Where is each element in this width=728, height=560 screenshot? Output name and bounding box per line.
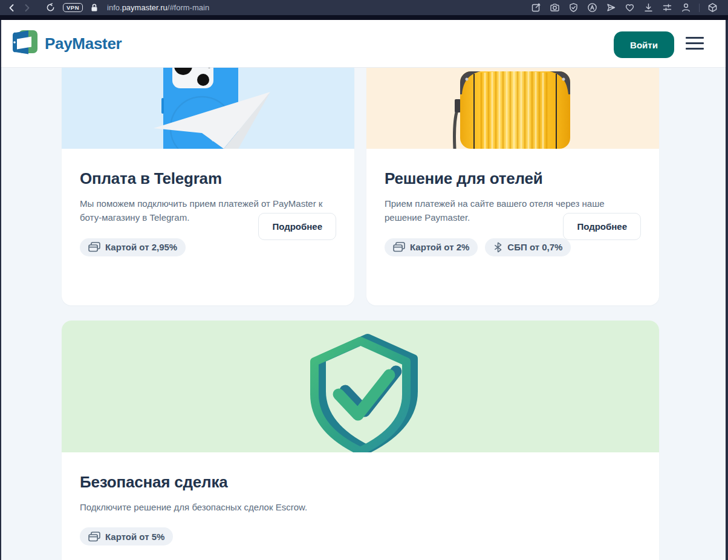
fee-badge: Картой от 2,95% <box>80 238 186 256</box>
shield-check-illustration <box>62 321 659 452</box>
card-icon <box>88 532 100 542</box>
fee-badge-label: СБП от 0,7% <box>507 242 562 252</box>
downloads-icon[interactable] <box>639 0 658 15</box>
site-header: PayMaster Войти <box>1 20 726 68</box>
window-edge-left <box>0 20 1 560</box>
fee-badge-label: Картой от 5% <box>105 532 164 542</box>
tune-sliders-icon[interactable] <box>658 0 677 15</box>
url-bar[interactable]: info.paymaster.ru/#form-main <box>107 3 209 12</box>
more-button[interactable]: Подробнее <box>563 213 641 240</box>
fee-badge: Картой от 5% <box>80 527 173 545</box>
url-domain: paymaster.ru <box>122 3 167 12</box>
card-title: Оплата в Telegram <box>80 169 336 188</box>
card-title: Безопасная сделка <box>80 473 641 492</box>
protect-shield-icon[interactable] <box>564 0 583 15</box>
more-button[interactable]: Подробнее <box>258 213 336 240</box>
profile-person-icon[interactable] <box>677 0 695 15</box>
fee-badge-label: Картой от 2,95% <box>105 242 177 252</box>
lock-icon[interactable] <box>86 0 102 15</box>
favorites-heart-icon[interactable] <box>620 0 639 15</box>
card-description: Подключите решение для безопасных сделок… <box>80 500 641 514</box>
window-edge-right <box>726 20 728 560</box>
toolbar-separator <box>699 4 700 12</box>
wallet-logo-icon <box>10 30 37 57</box>
paymaster-logo[interactable]: PayMaster <box>10 30 122 57</box>
url-path: /#form-main <box>167 3 209 12</box>
phone-telegram-illustration <box>62 68 354 149</box>
hamburger-icon[interactable] <box>686 37 704 50</box>
suitcase-illustration <box>366 68 659 149</box>
card-title: Решение для отелей <box>385 169 641 188</box>
extensions-cube-icon[interactable] <box>703 0 722 15</box>
send-icon[interactable] <box>602 0 620 15</box>
browser-window: VPN info.paymaster.ru/#form-main <box>0 0 728 560</box>
translate-icon[interactable] <box>583 0 602 15</box>
fee-badge: Картой от 2% <box>385 238 478 256</box>
sbp-icon <box>493 242 502 253</box>
vpn-badge[interactable]: VPN <box>63 3 83 13</box>
compose-icon[interactable] <box>527 0 545 15</box>
browser-toolbar: VPN info.paymaster.ru/#form-main <box>0 0 728 15</box>
card-icon <box>88 242 100 252</box>
reload-icon[interactable] <box>42 0 58 15</box>
logo-text: PayMaster <box>45 34 122 53</box>
url-subdomain: info. <box>107 3 122 12</box>
card-safe-deal: Безопасная сделка Подключите решение для… <box>62 321 659 560</box>
fee-badge-label: Картой от 2% <box>410 242 469 252</box>
login-button[interactable]: Войти <box>614 31 674 58</box>
screenshot-camera-icon[interactable] <box>545 0 564 15</box>
card-telegram-payments: Оплата в Telegram Мы поможем подключить … <box>62 68 354 305</box>
forward-icon[interactable] <box>19 0 35 15</box>
card-hotel-solution: Решение для отелей Прием платежей на сай… <box>366 68 659 305</box>
back-icon[interactable] <box>4 0 19 15</box>
window-frame-strip <box>0 15 728 20</box>
card-icon <box>393 242 405 252</box>
fee-badge-sbp: СБП от 0,7% <box>485 238 571 256</box>
